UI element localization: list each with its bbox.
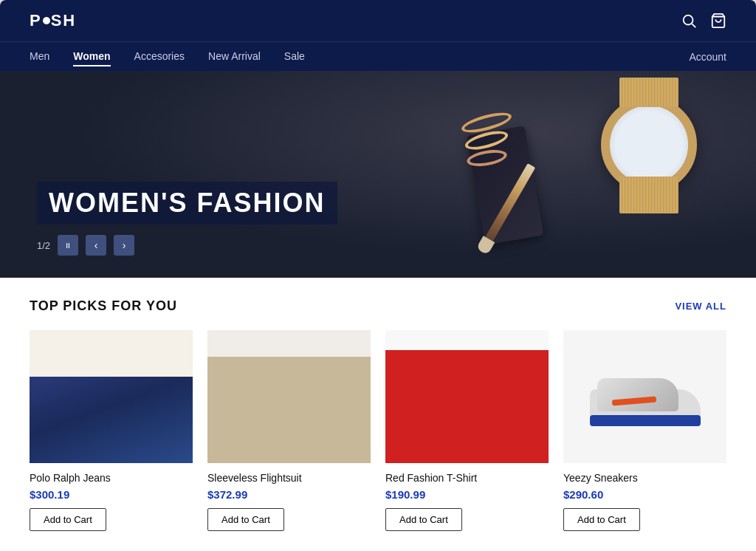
section-title: TOP PICKS FOR YOU: [30, 298, 177, 314]
view-all-link[interactable]: VIEW ALL: [675, 301, 726, 312]
products-grid: Polo Ralph Jeans $300.19 Add to Cart Sle…: [30, 330, 726, 531]
flightsuit-illustration: [207, 330, 371, 463]
product-price-tshirt: $190.99: [385, 488, 549, 501]
sneaker-illustration: [563, 330, 726, 463]
tshirt-illustration: [385, 330, 549, 463]
product-name-flightsuit: Sleeveless Flightsuit: [207, 472, 371, 484]
watch-strap-top: [619, 78, 678, 107]
product-name-tshirt: Red Fashion T-Shirt: [385, 472, 549, 484]
product-image-flightsuit: [207, 330, 371, 463]
nav-bar: Men Women Accesories New Arrival Sale Ac…: [0, 41, 756, 71]
hero-decoration: [416, 86, 712, 278]
nav-links: Men Women Accesories New Arrival Sale: [30, 47, 305, 66]
product-price-flightsuit: $372.99: [207, 488, 371, 501]
next-button[interactable]: ›: [114, 235, 134, 256]
product-image-sneakers: [563, 330, 726, 463]
nav-women[interactable]: Women: [73, 47, 110, 66]
prev-button[interactable]: ‹: [86, 235, 106, 256]
top-bar: PSH: [0, 0, 756, 41]
nav-new-arrival[interactable]: New Arrival: [208, 47, 261, 66]
product-image-tshirt: [385, 330, 549, 463]
sneaker-upper: [597, 378, 678, 411]
svg-line-1: [692, 24, 695, 27]
watch-prop: [601, 97, 697, 193]
browser-frame: PSH Men Women Accesories New Arrival Sal…: [0, 0, 756, 551]
product-card-tshirt: Red Fashion T-Shirt $190.99 Add to Cart: [385, 330, 549, 531]
hero-content: WOMEN'S FASHION 1/2 ⏸ ‹ ›: [0, 182, 367, 256]
product-price-jeans: $300.19: [30, 488, 193, 501]
nav-accessories[interactable]: Accesories: [134, 47, 185, 66]
product-name-jeans: Polo Ralph Jeans: [30, 472, 193, 484]
jeans-illustration: [30, 330, 193, 463]
nav-account[interactable]: Account: [689, 51, 726, 63]
product-card-flightsuit: Sleeveless Flightsuit $372.99 Add to Car…: [207, 330, 371, 531]
top-icon-group: [681, 13, 726, 29]
add-to-cart-tshirt[interactable]: Add to Cart: [385, 508, 462, 531]
add-to-cart-jeans[interactable]: Add to Cart: [30, 508, 106, 531]
hero-controls: 1/2 ⏸ ‹ ›: [37, 235, 337, 256]
products-section: TOP PICKS FOR YOU VIEW ALL Polo Ralph Je…: [0, 278, 756, 551]
sneaker-sole: [590, 415, 701, 426]
cart-icon[interactable]: [710, 13, 726, 29]
search-icon[interactable]: [681, 13, 697, 29]
hero-title: WOMEN'S FASHION: [37, 182, 337, 225]
svg-point-0: [684, 16, 693, 25]
rings-prop: [461, 115, 512, 165]
product-card-sneakers: Yeezy Sneakers $290.60 Add to Cart: [563, 330, 726, 531]
product-name-sneakers: Yeezy Sneakers: [563, 472, 726, 484]
product-card-jeans: Polo Ralph Jeans $300.19 Add to Cart: [30, 330, 193, 531]
nav-sale[interactable]: Sale: [284, 47, 305, 66]
sneaker-shape: [590, 367, 701, 426]
add-to-cart-sneakers[interactable]: Add to Cart: [563, 508, 640, 531]
brand-logo[interactable]: PSH: [30, 11, 76, 30]
slide-counter: 1/2: [37, 240, 50, 251]
product-image-jeans: [30, 330, 193, 463]
nav-men[interactable]: Men: [30, 47, 49, 66]
hero-banner: WOMEN'S FASHION 1/2 ⏸ ‹ ›: [0, 71, 756, 278]
add-to-cart-flightsuit[interactable]: Add to Cart: [207, 508, 284, 531]
product-price-sneakers: $290.60: [563, 488, 726, 501]
pause-button[interactable]: ⏸: [58, 235, 78, 256]
section-header: TOP PICKS FOR YOU VIEW ALL: [30, 298, 726, 314]
